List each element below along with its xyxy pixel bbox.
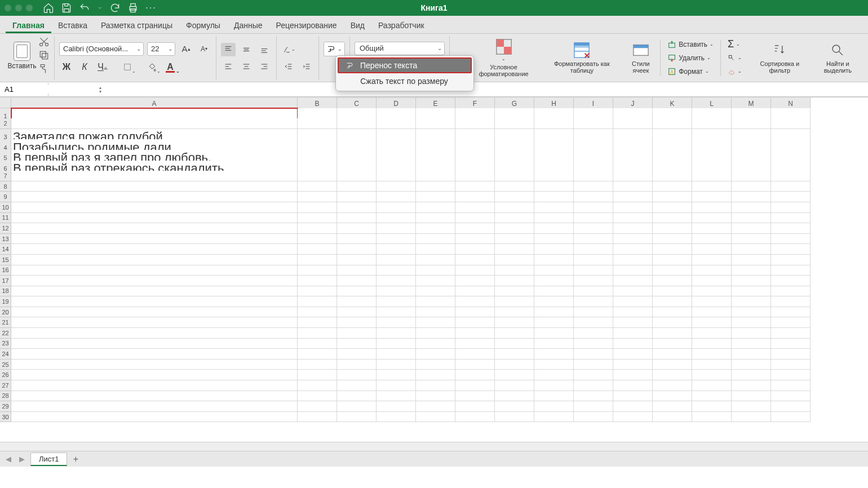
font-size-select[interactable]: 22⌄ (147, 42, 175, 56)
cell[interactable] (455, 213, 495, 224)
cell[interactable] (771, 412, 811, 423)
cell[interactable] (337, 213, 377, 224)
cell[interactable] (337, 265, 377, 276)
cell[interactable] (455, 234, 495, 245)
cell[interactable] (495, 296, 534, 307)
cell[interactable] (377, 181, 416, 192)
cell[interactable] (653, 391, 692, 402)
cell[interactable] (416, 118, 455, 129)
cell[interactable] (377, 265, 416, 276)
cell[interactable] (337, 360, 377, 370)
cell[interactable] (534, 171, 574, 181)
cell[interactable] (613, 401, 653, 412)
cell[interactable] (534, 276, 574, 286)
cell[interactable] (732, 307, 771, 318)
cell[interactable] (455, 307, 495, 318)
cell[interactable] (613, 328, 653, 339)
cell[interactable] (574, 370, 613, 380)
cell[interactable] (574, 401, 613, 412)
row-header[interactable]: 17 (0, 276, 11, 286)
cell[interactable] (337, 317, 377, 328)
cell[interactable] (732, 213, 771, 224)
cell[interactable] (771, 401, 811, 412)
cell[interactable] (11, 202, 298, 213)
cell[interactable] (495, 244, 534, 255)
cell[interactable] (732, 276, 771, 286)
cell[interactable] (337, 412, 377, 423)
name-box-input[interactable] (2, 85, 99, 94)
cell[interactable] (692, 412, 732, 423)
row-header[interactable]: 25 (0, 360, 11, 370)
cell[interactable] (337, 380, 377, 391)
sheet-nav-next-icon[interactable]: ▶ (17, 454, 27, 464)
cell[interactable] (692, 317, 732, 328)
cell[interactable] (653, 401, 692, 412)
cell[interactable] (455, 181, 495, 192)
dropdown-item-shrink-to-fit[interactable]: Сжать текст по размеру (338, 73, 472, 89)
cell[interactable] (653, 181, 692, 192)
align-right-button[interactable] (257, 60, 272, 73)
row-header[interactable]: 14 (0, 244, 11, 255)
cell[interactable] (11, 328, 298, 339)
cell[interactable] (771, 223, 811, 234)
cell[interactable] (337, 244, 377, 255)
cell[interactable] (653, 202, 692, 213)
cell[interactable] (534, 202, 574, 213)
cell[interactable] (495, 202, 534, 213)
window-controls[interactable] (5, 5, 33, 11)
cell[interactable] (416, 339, 455, 349)
row-header[interactable]: 26 (0, 370, 11, 380)
cell[interactable] (771, 380, 811, 391)
cell[interactable] (377, 317, 416, 328)
cell[interactable] (692, 380, 732, 391)
cell[interactable] (337, 276, 377, 286)
increase-font-icon[interactable]: A▴ (179, 42, 193, 56)
cell[interactable] (377, 255, 416, 265)
row-header[interactable]: 23 (0, 339, 11, 349)
cell[interactable] (495, 370, 534, 380)
cell[interactable] (653, 192, 692, 202)
cell[interactable] (377, 401, 416, 412)
cell[interactable] (534, 307, 574, 318)
cell[interactable] (416, 391, 455, 402)
cell[interactable] (298, 276, 337, 286)
cell[interactable] (613, 349, 653, 360)
cell[interactable] (11, 213, 298, 224)
cell[interactable] (732, 255, 771, 265)
cell[interactable] (416, 213, 455, 224)
cell[interactable] (455, 286, 495, 297)
tab-view[interactable]: Вид (344, 17, 371, 33)
cell[interactable] (377, 171, 416, 181)
cell[interactable] (653, 255, 692, 265)
cell[interactable] (337, 181, 377, 192)
cell[interactable] (653, 276, 692, 286)
row-header[interactable]: 18 (0, 286, 11, 297)
cell[interactable] (534, 380, 574, 391)
cell[interactable] (574, 412, 613, 423)
cell[interactable] (574, 181, 613, 192)
cell[interactable] (692, 213, 732, 224)
cell[interactable] (11, 192, 298, 202)
maximize-window-icon[interactable] (26, 5, 33, 11)
cell[interactable] (495, 181, 534, 192)
cell[interactable] (613, 307, 653, 318)
cell[interactable] (732, 192, 771, 202)
cell[interactable] (377, 192, 416, 202)
cell[interactable] (298, 223, 337, 234)
cell[interactable] (455, 296, 495, 307)
cell[interactable] (692, 171, 732, 181)
cell[interactable] (653, 307, 692, 318)
cell[interactable] (298, 401, 337, 412)
cell[interactable] (771, 286, 811, 297)
cell[interactable] (455, 223, 495, 234)
cell[interactable] (11, 412, 298, 423)
cell[interactable] (692, 234, 732, 245)
cell[interactable] (495, 401, 534, 412)
cell[interactable] (416, 223, 455, 234)
cell[interactable] (455, 202, 495, 213)
cell[interactable] (574, 265, 613, 276)
cell[interactable] (653, 412, 692, 423)
cell[interactable] (455, 255, 495, 265)
cell[interactable] (692, 244, 732, 255)
cell[interactable] (455, 370, 495, 380)
